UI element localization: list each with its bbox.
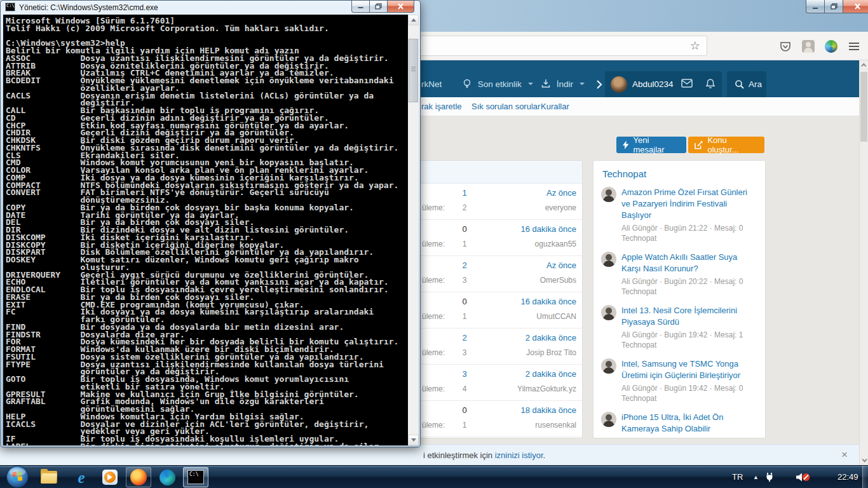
- thread-user[interactable]: everyone: [545, 203, 576, 212]
- notification-permission-link[interactable]: izninizi istiyor: [495, 451, 543, 460]
- subnav-link-rules[interactable]: Kurallar: [541, 97, 569, 116]
- thread-user[interactable]: Josip Broz Tito: [526, 348, 576, 357]
- news-item: iPhone 15 Ultra, İki Adet Ön Kameraya Sa…: [601, 412, 757, 438]
- thread-user[interactable]: YilmazGokturk.yz: [517, 384, 576, 393]
- thread-time[interactable]: 2 dakika önce: [526, 333, 576, 342]
- avatar[interactable]: [601, 187, 616, 202]
- view-count: 1: [452, 421, 477, 430]
- news-title-link[interactable]: Intel 13. Nesil Core İşlemcilerini Piyas…: [621, 305, 757, 328]
- taskbar-edge-button[interactable]: [154, 467, 180, 487]
- table-row[interactable]: 1 Az önce üleme: 2 everyone: [414, 184, 582, 220]
- taskbar: e C:\ TR ▲ 22:49: [0, 465, 868, 488]
- scrollbar-up-arrow[interactable]: [860, 60, 868, 71]
- tray-volume-muted-icon[interactable]: [796, 472, 811, 488]
- table-row[interactable]: 2 2 dakika önce üleme: 3 Josip Broz Tito: [414, 329, 582, 365]
- new-messages-button[interactable]: Yeni mesajlar: [616, 137, 686, 153]
- avatar[interactable]: [601, 305, 616, 320]
- nav-item-download[interactable]: İndir: [541, 71, 585, 97]
- bell-icon[interactable]: [705, 78, 715, 89]
- views-label: üleme:: [422, 240, 445, 248]
- browser-scrollbar[interactable]: [859, 60, 868, 465]
- nav-item-latest-activity[interactable]: Son etkinlik: [463, 71, 533, 97]
- avatar[interactable]: [601, 358, 616, 374]
- thread-time[interactable]: 18 dakika önce: [521, 405, 576, 415]
- news-body: Intel 13. Nesil Core İşlemcilerini Piyas…: [621, 305, 757, 350]
- table-row[interactable]: 0 16 dakika önce üleme: 1 oguzkaan55: [414, 220, 582, 256]
- notification-prefix: i etkinleştirmek için: [423, 451, 495, 460]
- thread-time[interactable]: Az önce: [546, 188, 576, 198]
- taskbar-wmp-button[interactable]: [97, 467, 123, 487]
- avatar[interactable]: [611, 76, 627, 93]
- console-scroll-down-button[interactable]: [408, 435, 419, 445]
- table-row[interactable]: 2 Az önce üleme: 3 OmerSubs: [414, 256, 582, 292]
- views-label: üleme:: [422, 203, 445, 212]
- create-topic-button[interactable]: Konu oluştur...: [688, 137, 764, 153]
- triangle-down-icon: [411, 438, 416, 444]
- cmd-titlebar[interactable]: C:\ Yönetici: C:\Windows\System32\cmd.ex…: [1, 1, 420, 15]
- extension-icon[interactable]: [801, 39, 816, 54]
- table-row[interactable]: 0 16 dakika önce üleme: 1 UmutCCAN: [414, 292, 582, 329]
- browser-close-button[interactable]: [843, 0, 868, 13]
- taskbar-explorer-button[interactable]: [36, 467, 62, 487]
- scrollbar-thumb[interactable]: [860, 72, 867, 142]
- table-row[interactable]: 3 2 dakika önce üleme: 4 YilmazGokturk.y…: [414, 365, 582, 401]
- taskbar-cmd-button[interactable]: C:\: [183, 467, 208, 487]
- hamburger-menu-icon[interactable]: [846, 39, 862, 54]
- browser-restore-button[interactable]: [825, 0, 843, 13]
- tray-show-hidden-icons[interactable]: ▲: [753, 466, 759, 488]
- thread-user[interactable]: UmutCCAN: [536, 312, 576, 321]
- new-messages-label: Yeni mesajlar: [633, 135, 680, 154]
- tray-network-icon[interactable]: [781, 473, 792, 488]
- lightbulb-icon: [463, 79, 471, 89]
- bookmark-star-icon[interactable]: ☆: [690, 39, 700, 53]
- media-player-icon: [102, 470, 118, 485]
- news-meta: Ali Güngör · Bugün 18:42 · Mesaj: 14: [621, 437, 757, 438]
- console-scrollbar[interactable]: [408, 15, 419, 445]
- nav-item-turknet[interactable]: rkNet: [421, 71, 442, 97]
- news-title-link[interactable]: Amazon Prime Özel Fırsat Günleri ve Paza…: [621, 187, 757, 221]
- thread-list-card: 1 Az önce üleme: 2 everyone 0 16 dakika …: [413, 160, 583, 438]
- idm-icon[interactable]: [824, 39, 839, 54]
- thread-time[interactable]: 2 dakika önce: [526, 369, 576, 379]
- subnav-link-mark-read[interactable]: rak işaretle: [421, 97, 462, 116]
- news-title-link[interactable]: iPhone 15 Ultra, İki Adet Ön Kameraya Sa…: [621, 412, 757, 435]
- show-desktop-button[interactable]: [862, 466, 868, 488]
- notification-close-icon[interactable]: ×: [841, 445, 848, 466]
- taskbar-ie-button[interactable]: e: [69, 467, 94, 487]
- browser-minimize-button[interactable]: [806, 0, 825, 13]
- cmd-minimize-button[interactable]: [351, 1, 370, 13]
- mail-icon[interactable]: [681, 79, 693, 88]
- console-scrollbar-thumb[interactable]: [409, 39, 418, 102]
- nav-search-tab[interactable]: Ara: [727, 71, 766, 97]
- reply-count: 0: [452, 405, 477, 415]
- nav-user-tab[interactable]: Abdul0234: [605, 71, 722, 97]
- subnav-link-faq[interactable]: Sık sorulan sorular: [471, 97, 540, 116]
- thread-user[interactable]: oguzkaan55: [535, 240, 576, 248]
- thread-list: 1 Az önce üleme: 2 everyone 0 16 dakika …: [414, 184, 582, 437]
- cmd-close-button[interactable]: [388, 1, 414, 13]
- news-source: Technopat: [621, 340, 757, 350]
- avatar[interactable]: [601, 412, 616, 427]
- tray-clock[interactable]: 22:49: [837, 466, 858, 488]
- news-title-link[interactable]: Apple Watch Akıllı Saatler Suya Karşı Na…: [621, 252, 757, 274]
- cmd-restore-button[interactable]: [370, 1, 388, 13]
- pocket-icon[interactable]: [778, 39, 793, 54]
- thread-time[interactable]: 16 dakika önce: [521, 224, 576, 234]
- start-button[interactable]: [6, 465, 29, 488]
- sidebar-title[interactable]: Technopat: [602, 168, 757, 179]
- table-row[interactable]: 0 18 dakika önce üleme: 1 rusensenkal: [414, 401, 582, 437]
- tray-power-icon[interactable]: [764, 472, 775, 488]
- taskbar-firefox-button[interactable]: [126, 467, 151, 487]
- avatar[interactable]: [601, 252, 616, 267]
- scrollbar-down-arrow[interactable]: [860, 455, 868, 465]
- thread-user[interactable]: OmerSubs: [540, 276, 576, 285]
- news-title-link[interactable]: Intel, Samsung ve TSMC Yonga Üretimi içi…: [621, 358, 757, 381]
- tray-language-indicator[interactable]: TR: [732, 466, 743, 488]
- thread-time[interactable]: Az önce: [546, 261, 576, 270]
- console-scroll-up-button[interactable]: [408, 15, 419, 25]
- reply-count: 2: [452, 261, 477, 270]
- nav-overflow-chevron[interactable]: [596, 71, 602, 97]
- thread-time[interactable]: 16 dakika önce: [521, 297, 576, 306]
- thread-user[interactable]: rusensenkal: [535, 421, 576, 430]
- console-area[interactable]: Microsoft Windows [Sürüm 6.1.7601] Telif…: [3, 15, 408, 445]
